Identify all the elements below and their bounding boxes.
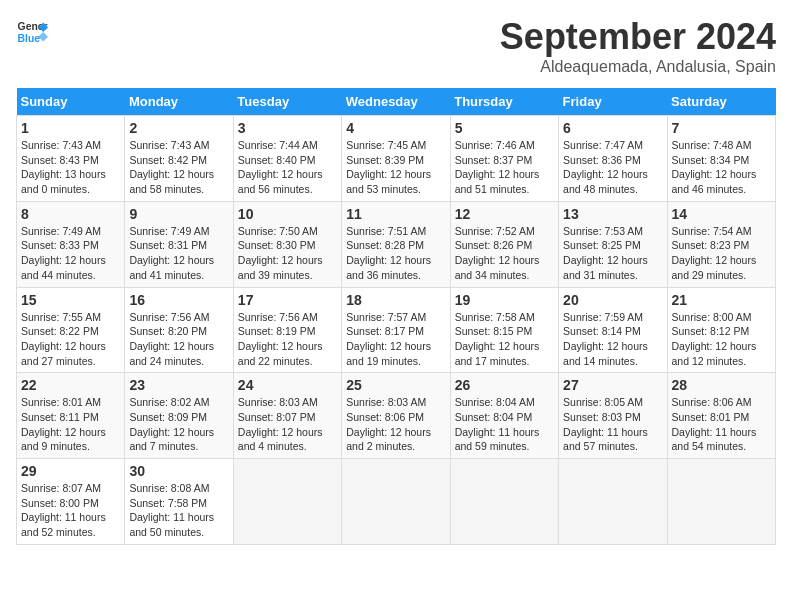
day-detail: Sunrise: 8:06 AM Sunset: 8:01 PM Dayligh… xyxy=(672,395,771,454)
day-detail: Sunrise: 8:00 AM Sunset: 8:12 PM Dayligh… xyxy=(672,310,771,369)
day-header-saturday: Saturday xyxy=(667,88,775,116)
day-detail: Sunrise: 7:58 AM Sunset: 8:15 PM Dayligh… xyxy=(455,310,554,369)
day-number: 9 xyxy=(129,206,228,222)
title-area: September 2024 Aldeaquemada, Andalusia, … xyxy=(500,16,776,76)
month-title: September 2024 xyxy=(500,16,776,58)
days-header-row: SundayMondayTuesdayWednesdayThursdayFrid… xyxy=(17,88,776,116)
day-detail: Sunrise: 7:59 AM Sunset: 8:14 PM Dayligh… xyxy=(563,310,662,369)
day-detail: Sunrise: 7:43 AM Sunset: 8:43 PM Dayligh… xyxy=(21,138,120,197)
calendar-cell: 11Sunrise: 7:51 AM Sunset: 8:28 PM Dayli… xyxy=(342,201,450,287)
day-number: 7 xyxy=(672,120,771,136)
day-header-wednesday: Wednesday xyxy=(342,88,450,116)
calendar-cell: 8Sunrise: 7:49 AM Sunset: 8:33 PM Daylig… xyxy=(17,201,125,287)
day-detail: Sunrise: 7:49 AM Sunset: 8:33 PM Dayligh… xyxy=(21,224,120,283)
day-number: 20 xyxy=(563,292,662,308)
calendar-cell: 19Sunrise: 7:58 AM Sunset: 8:15 PM Dayli… xyxy=(450,287,558,373)
calendar-cell: 25Sunrise: 8:03 AM Sunset: 8:06 PM Dayli… xyxy=(342,373,450,459)
day-detail: Sunrise: 7:56 AM Sunset: 8:19 PM Dayligh… xyxy=(238,310,337,369)
day-number: 16 xyxy=(129,292,228,308)
day-detail: Sunrise: 8:03 AM Sunset: 8:06 PM Dayligh… xyxy=(346,395,445,454)
calendar-cell: 10Sunrise: 7:50 AM Sunset: 8:30 PM Dayli… xyxy=(233,201,341,287)
calendar-cell: 1Sunrise: 7:43 AM Sunset: 8:43 PM Daylig… xyxy=(17,116,125,202)
calendar-cell: 20Sunrise: 7:59 AM Sunset: 8:14 PM Dayli… xyxy=(559,287,667,373)
day-detail: Sunrise: 8:05 AM Sunset: 8:03 PM Dayligh… xyxy=(563,395,662,454)
day-number: 30 xyxy=(129,463,228,479)
calendar-cell: 3Sunrise: 7:44 AM Sunset: 8:40 PM Daylig… xyxy=(233,116,341,202)
day-number: 25 xyxy=(346,377,445,393)
calendar-cell: 29Sunrise: 8:07 AM Sunset: 8:00 PM Dayli… xyxy=(17,459,125,545)
calendar-week-4: 22Sunrise: 8:01 AM Sunset: 8:11 PM Dayli… xyxy=(17,373,776,459)
day-number: 27 xyxy=(563,377,662,393)
calendar-cell: 22Sunrise: 8:01 AM Sunset: 8:11 PM Dayli… xyxy=(17,373,125,459)
calendar-cell xyxy=(450,459,558,545)
day-number: 14 xyxy=(672,206,771,222)
day-detail: Sunrise: 7:50 AM Sunset: 8:30 PM Dayligh… xyxy=(238,224,337,283)
calendar-table: SundayMondayTuesdayWednesdayThursdayFrid… xyxy=(16,88,776,545)
calendar-cell: 12Sunrise: 7:52 AM Sunset: 8:26 PM Dayli… xyxy=(450,201,558,287)
day-number: 24 xyxy=(238,377,337,393)
page-header: General Blue September 2024 Aldeaquemada… xyxy=(16,16,776,76)
day-detail: Sunrise: 8:02 AM Sunset: 8:09 PM Dayligh… xyxy=(129,395,228,454)
day-number: 11 xyxy=(346,206,445,222)
calendar-cell: 16Sunrise: 7:56 AM Sunset: 8:20 PM Dayli… xyxy=(125,287,233,373)
calendar-cell: 23Sunrise: 8:02 AM Sunset: 8:09 PM Dayli… xyxy=(125,373,233,459)
day-header-monday: Monday xyxy=(125,88,233,116)
day-number: 19 xyxy=(455,292,554,308)
calendar-cell: 28Sunrise: 8:06 AM Sunset: 8:01 PM Dayli… xyxy=(667,373,775,459)
calendar-cell: 26Sunrise: 8:04 AM Sunset: 8:04 PM Dayli… xyxy=(450,373,558,459)
calendar-cell: 30Sunrise: 8:08 AM Sunset: 7:58 PM Dayli… xyxy=(125,459,233,545)
calendar-cell: 14Sunrise: 7:54 AM Sunset: 8:23 PM Dayli… xyxy=(667,201,775,287)
svg-text:Blue: Blue xyxy=(18,33,41,44)
day-detail: Sunrise: 7:57 AM Sunset: 8:17 PM Dayligh… xyxy=(346,310,445,369)
day-number: 17 xyxy=(238,292,337,308)
calendar-cell xyxy=(667,459,775,545)
day-number: 6 xyxy=(563,120,662,136)
calendar-week-3: 15Sunrise: 7:55 AM Sunset: 8:22 PM Dayli… xyxy=(17,287,776,373)
calendar-cell xyxy=(559,459,667,545)
calendar-cell: 5Sunrise: 7:46 AM Sunset: 8:37 PM Daylig… xyxy=(450,116,558,202)
day-detail: Sunrise: 7:47 AM Sunset: 8:36 PM Dayligh… xyxy=(563,138,662,197)
day-detail: Sunrise: 7:51 AM Sunset: 8:28 PM Dayligh… xyxy=(346,224,445,283)
day-number: 1 xyxy=(21,120,120,136)
day-detail: Sunrise: 8:07 AM Sunset: 8:00 PM Dayligh… xyxy=(21,481,120,540)
day-detail: Sunrise: 7:55 AM Sunset: 8:22 PM Dayligh… xyxy=(21,310,120,369)
day-header-sunday: Sunday xyxy=(17,88,125,116)
day-detail: Sunrise: 7:53 AM Sunset: 8:25 PM Dayligh… xyxy=(563,224,662,283)
day-number: 2 xyxy=(129,120,228,136)
day-number: 13 xyxy=(563,206,662,222)
calendar-week-5: 29Sunrise: 8:07 AM Sunset: 8:00 PM Dayli… xyxy=(17,459,776,545)
day-number: 21 xyxy=(672,292,771,308)
day-number: 15 xyxy=(21,292,120,308)
day-number: 29 xyxy=(21,463,120,479)
day-number: 18 xyxy=(346,292,445,308)
calendar-cell xyxy=(233,459,341,545)
calendar-cell: 7Sunrise: 7:48 AM Sunset: 8:34 PM Daylig… xyxy=(667,116,775,202)
calendar-cell: 21Sunrise: 8:00 AM Sunset: 8:12 PM Dayli… xyxy=(667,287,775,373)
logo-icon: General Blue xyxy=(16,16,48,48)
day-detail: Sunrise: 7:48 AM Sunset: 8:34 PM Dayligh… xyxy=(672,138,771,197)
calendar-cell: 6Sunrise: 7:47 AM Sunset: 8:36 PM Daylig… xyxy=(559,116,667,202)
day-number: 5 xyxy=(455,120,554,136)
day-header-thursday: Thursday xyxy=(450,88,558,116)
calendar-cell: 4Sunrise: 7:45 AM Sunset: 8:39 PM Daylig… xyxy=(342,116,450,202)
day-header-friday: Friday xyxy=(559,88,667,116)
day-number: 28 xyxy=(672,377,771,393)
day-number: 4 xyxy=(346,120,445,136)
day-detail: Sunrise: 8:01 AM Sunset: 8:11 PM Dayligh… xyxy=(21,395,120,454)
calendar-cell: 24Sunrise: 8:03 AM Sunset: 8:07 PM Dayli… xyxy=(233,373,341,459)
day-detail: Sunrise: 7:49 AM Sunset: 8:31 PM Dayligh… xyxy=(129,224,228,283)
calendar-week-2: 8Sunrise: 7:49 AM Sunset: 8:33 PM Daylig… xyxy=(17,201,776,287)
calendar-cell: 17Sunrise: 7:56 AM Sunset: 8:19 PM Dayli… xyxy=(233,287,341,373)
day-detail: Sunrise: 8:04 AM Sunset: 8:04 PM Dayligh… xyxy=(455,395,554,454)
day-detail: Sunrise: 7:56 AM Sunset: 8:20 PM Dayligh… xyxy=(129,310,228,369)
day-number: 10 xyxy=(238,206,337,222)
day-detail: Sunrise: 8:03 AM Sunset: 8:07 PM Dayligh… xyxy=(238,395,337,454)
day-number: 12 xyxy=(455,206,554,222)
calendar-week-1: 1Sunrise: 7:43 AM Sunset: 8:43 PM Daylig… xyxy=(17,116,776,202)
calendar-cell xyxy=(342,459,450,545)
day-detail: Sunrise: 7:46 AM Sunset: 8:37 PM Dayligh… xyxy=(455,138,554,197)
day-header-tuesday: Tuesday xyxy=(233,88,341,116)
logo: General Blue xyxy=(16,16,48,48)
calendar-cell: 18Sunrise: 7:57 AM Sunset: 8:17 PM Dayli… xyxy=(342,287,450,373)
day-number: 23 xyxy=(129,377,228,393)
